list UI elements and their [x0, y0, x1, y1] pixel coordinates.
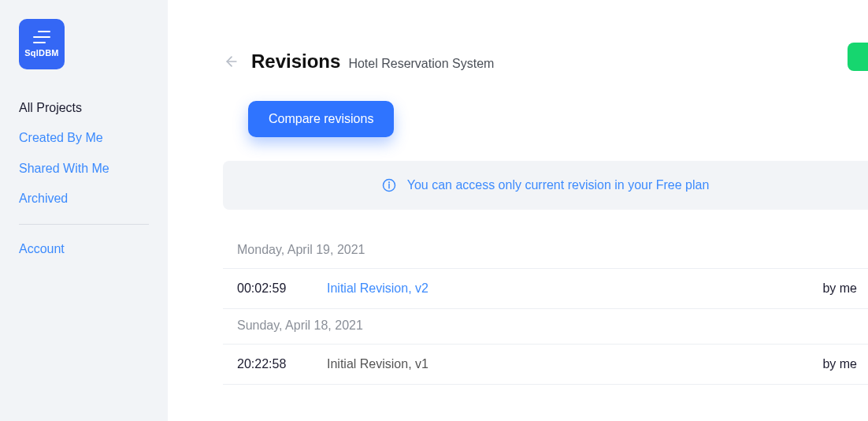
revision-name: Initial Revision, v1 [327, 357, 822, 371]
page-subtitle: Hotel Reservation System [348, 57, 494, 71]
floating-action-button[interactable] [848, 43, 868, 71]
compare-revisions-button[interactable]: Compare revisions [248, 101, 394, 137]
sidebar-item-all-projects[interactable]: All Projects [19, 93, 149, 123]
brand-logo[interactable]: SqlDBM [19, 19, 65, 69]
brand-logo-icon [33, 31, 50, 43]
revision-author: by me [822, 357, 868, 371]
sidebar-item-created-by-me[interactable]: Created By Me [19, 123, 149, 153]
page-header: Revisions Hotel Reservation System [223, 50, 868, 73]
page-title: Revisions [251, 50, 340, 73]
sidebar-separator [19, 224, 149, 225]
revisions-list: Monday, April 19, 2021 00:02:59 Initial … [223, 233, 868, 385]
arrow-left-icon [224, 54, 239, 69]
sidebar-nav-secondary: Account [19, 234, 149, 264]
revision-row[interactable]: 20:22:58 Initial Revision, v1 by me [223, 345, 868, 385]
back-button[interactable] [223, 53, 240, 70]
revision-time: 00:02:59 [237, 281, 327, 296]
sidebar-item-archived[interactable]: Archived [19, 184, 149, 214]
main-content: Revisions Hotel Reservation System Compa… [168, 0, 868, 421]
revision-name-link[interactable]: Initial Revision, v2 [327, 281, 822, 296]
plan-notice-text: You can access only current revision in … [407, 178, 710, 192]
brand-name: SqlDBM [24, 48, 58, 58]
revision-time: 20:22:58 [237, 357, 327, 371]
revision-date-header: Sunday, April 18, 2021 [223, 309, 868, 345]
revision-date-header: Monday, April 19, 2021 [223, 233, 868, 269]
revision-row[interactable]: 00:02:59 Initial Revision, v2 by me [223, 269, 868, 309]
plan-notice: You can access only current revision in … [223, 161, 868, 210]
revision-author: by me [822, 281, 868, 296]
sidebar-item-shared-with-me[interactable]: Shared With Me [19, 154, 149, 184]
svg-point-3 [388, 182, 389, 183]
sidebar-item-account[interactable]: Account [19, 234, 149, 264]
page-title-wrap: Revisions Hotel Reservation System [251, 50, 494, 73]
info-icon [382, 178, 396, 192]
sidebar-nav: All Projects Created By Me Shared With M… [19, 93, 149, 214]
sidebar: SqlDBM All Projects Created By Me Shared… [0, 0, 168, 421]
